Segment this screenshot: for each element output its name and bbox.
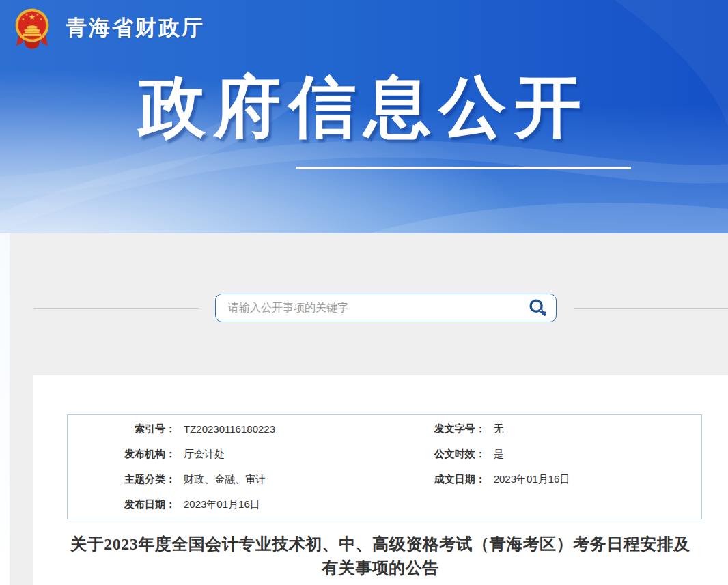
- meta-label: 公文时效：: [423, 448, 486, 461]
- svg-text:★: ★: [25, 12, 29, 16]
- banner-title: 政府信息公开: [139, 67, 589, 147]
- meta-value: 财政、金融、审计: [184, 473, 266, 486]
- svg-text:★: ★: [29, 13, 36, 21]
- meta-label: 发文字号：: [423, 423, 486, 436]
- content-panel: 索引号： TZ20230116180223 发文字号： 无 发布机构： 厅会计处…: [10, 233, 728, 585]
- search-box: [215, 294, 557, 322]
- meta-cell-topic-category: 主题分类： 财政、金融、审计: [68, 473, 423, 486]
- document-panel: 索引号： TZ20230116180223 发文字号： 无 发布机构： 厅会计处…: [33, 375, 728, 585]
- meta-cell-index-number: 索引号： TZ20230116180223: [68, 423, 423, 436]
- meta-label: 主题分类：: [68, 473, 176, 486]
- meta-value: 无: [494, 423, 504, 436]
- svg-text:★: ★: [36, 12, 40, 16]
- banner-underline: [296, 167, 631, 169]
- search-divider-left: [33, 308, 199, 309]
- site-header: ★ ★ ★ ★ ★ 青海省财政厅: [10, 5, 205, 51]
- meta-label: 发布机构：: [68, 448, 176, 461]
- svg-text:★: ★: [40, 17, 43, 21]
- meta-label: 索引号：: [68, 423, 176, 436]
- search-magnifier-icon: [527, 298, 548, 318]
- meta-cell-written-date: 成文日期： 2023年01月16日: [423, 473, 701, 486]
- meta-value: 是: [494, 448, 504, 461]
- meta-cell-document-number: 发文字号： 无: [423, 423, 701, 436]
- meta-cell-validity: 公文时效： 是: [423, 448, 701, 461]
- national-emblem-icon: ★ ★ ★ ★ ★: [10, 5, 55, 51]
- meta-row: 发布机构： 厅会计处 公文时效： 是: [68, 442, 701, 467]
- site-name: 青海省财政厅: [66, 14, 205, 42]
- meta-value: 厅会计处: [184, 448, 225, 461]
- meta-cell-publish-date: 发布日期： 2023年01月16日: [68, 498, 423, 511]
- meta-label: 发布日期：: [68, 498, 176, 511]
- search-divider-right: [574, 308, 728, 309]
- svg-text:★: ★: [21, 17, 25, 21]
- meta-row: 发布日期： 2023年01月16日: [68, 492, 701, 517]
- meta-value: 2023年01月16日: [184, 498, 260, 511]
- meta-value: TZ20230116180223: [184, 423, 275, 435]
- meta-cell-issuing-agency: 发布机构： 厅会计处: [68, 448, 423, 461]
- hero-banner: ★ ★ ★ ★ ★ 青海省财政厅 政府信息公开: [0, 0, 728, 233]
- document-meta-table: 索引号： TZ20230116180223 发文字号： 无 发布机构： 厅会计处…: [67, 414, 702, 519]
- meta-row: 主题分类： 财政、金融、审计 成文日期： 2023年01月16日: [68, 467, 701, 492]
- meta-label: 成文日期：: [423, 473, 486, 486]
- meta-row: 索引号： TZ20230116180223 发文字号： 无: [68, 416, 701, 442]
- search-input[interactable]: [216, 302, 527, 314]
- search-button[interactable]: [527, 298, 556, 318]
- article-title: 关于2023年度全国会计专业技术初、中、高级资格考试（青海考区）考务日程安排及有…: [70, 532, 691, 580]
- meta-value: 2023年01月16日: [494, 473, 570, 486]
